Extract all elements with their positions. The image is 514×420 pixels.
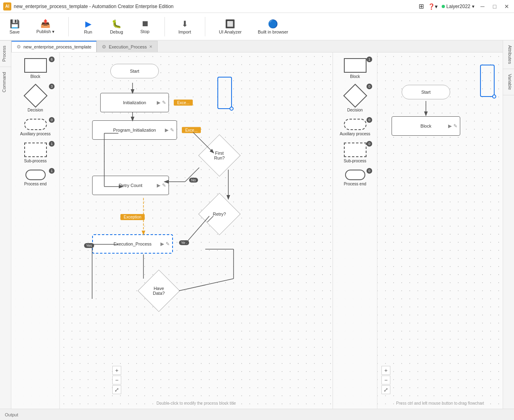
- exception-below-badge: Exception: [120, 214, 145, 220]
- comp-process-end-shape: [25, 170, 46, 180]
- tab-execution-process[interactable]: ⚙ Execution_Process ✕: [97, 41, 158, 52]
- node-retry-label: Retry?: [213, 212, 226, 216]
- debug-button[interactable]: 🐛 Debug: [106, 17, 127, 37]
- toolbar-divider-3: [205, 17, 205, 36]
- r-comp-block-shape: [344, 58, 367, 73]
- comp-auxiliary-badge: 0: [49, 117, 55, 123]
- help-icon[interactable]: ❓▾: [428, 3, 438, 10]
- node-prog-run-icon[interactable]: ▶: [165, 127, 169, 133]
- r-comp-subprocess-shape: [344, 143, 367, 157]
- node-program-init-label: Program_Initialization: [113, 128, 156, 132]
- zoom-out-button-left[interactable]: −: [112, 376, 121, 384]
- node-start[interactable]: Start: [110, 64, 159, 78]
- node-prog-edit-icon[interactable]: ✎: [170, 127, 174, 133]
- r-comp-process-end[interactable]: 0 Process end: [335, 167, 375, 189]
- r-comp-decision-label: Decision: [347, 108, 362, 112]
- stop-icon: ⏹: [141, 19, 149, 28]
- user-badge[interactable]: Laiyer2022 ▾: [442, 4, 474, 9]
- ui-analyzer-button[interactable]: 🔲 UI Analyzer: [215, 17, 246, 37]
- output-label[interactable]: Output: [5, 412, 18, 417]
- r-node-block[interactable]: Block ▶ ✎: [392, 116, 460, 136]
- zoom-in-button-right[interactable]: +: [381, 366, 390, 375]
- zoom-in-button-left[interactable]: +: [112, 366, 121, 375]
- import-button[interactable]: ⬇ Import: [175, 17, 195, 37]
- right-canvas-hint: Press ctrl and left mouse button to drag…: [377, 401, 503, 405]
- node-program-init[interactable]: Program_Initialization ▶ ✎ Exce...: [92, 120, 177, 140]
- comp-subprocess-badge: 1: [49, 141, 55, 147]
- node-exec-run-icon[interactable]: ▶: [160, 241, 164, 247]
- r-node-block-run-icon[interactable]: ▶: [448, 123, 452, 129]
- save-button[interactable]: 💾 Save: [5, 17, 24, 37]
- publish-label: Publish ▾: [36, 29, 55, 34]
- r-comp-auxiliary[interactable]: 0 Auxiliary process: [335, 116, 375, 139]
- run-button[interactable]: ▶ Run: [78, 17, 98, 37]
- right-component-library: 1 Block 0 Decision 0 Auxiliar: [333, 52, 377, 409]
- zoom-fit-button-right[interactable]: ⤢: [381, 385, 390, 394]
- comp-decision[interactable]: 3 Decision: [13, 83, 58, 115]
- node-exec-edit-icon[interactable]: ✎: [166, 241, 170, 247]
- comp-subprocess[interactable]: 1 Sub-process: [13, 140, 58, 166]
- node-retry-edit-icon[interactable]: ✎: [162, 183, 166, 188]
- r-node-start[interactable]: Start: [402, 85, 450, 99]
- node-execution-process-label: Execution_Process: [114, 242, 152, 246]
- node-retry-run-icon[interactable]: ▶: [157, 183, 160, 188]
- node-retry-count-label: Retry Count: [119, 183, 143, 188]
- grid-icon[interactable]: ⊞: [419, 2, 424, 10]
- tab-label-exec: Execution_Process: [109, 44, 147, 49]
- close-button[interactable]: ✕: [503, 2, 511, 10]
- node-init-run-icon[interactable]: ▶: [157, 100, 160, 105]
- r-comp-decision-shape: [343, 84, 367, 107]
- maximize-button[interactable]: □: [491, 2, 499, 10]
- comp-subprocess-label: Sub-process: [24, 159, 46, 163]
- r-comp-decision[interactable]: 0 Decision: [335, 83, 375, 115]
- node-exec-actions: ▶ ✎: [160, 241, 170, 247]
- left-canvas[interactable]: 6 Block 3 Decision 0 Auxiliar: [11, 52, 333, 409]
- tab-icon-main: ⚙: [17, 44, 21, 50]
- minimize-button[interactable]: ─: [478, 2, 487, 10]
- comp-process-end-badge: 1: [49, 168, 55, 174]
- stop-button[interactable]: ⏹ Stop: [135, 17, 155, 36]
- command-tab[interactable]: Command: [0, 67, 11, 97]
- right-flow-canvas[interactable]: Start Block ▶ ✎ + − ⤢: [377, 52, 503, 409]
- node-first-run[interactable]: FirstRun?: [201, 137, 238, 174]
- zoom-fit-button-left[interactable]: ⤢: [112, 385, 121, 394]
- tabs-bar: ⚙ new_enterprise_process_template ⚙ Exec…: [11, 40, 503, 52]
- tab-main-process[interactable]: ⚙ new_enterprise_process_template: [11, 41, 97, 52]
- r-node-block-actions: ▶ ✎: [448, 123, 457, 129]
- publish-button[interactable]: 📤 Publish ▾: [32, 16, 59, 37]
- node-initialization[interactable]: Initialization ▶ ✎ Exce...: [100, 93, 169, 112]
- zoom-out-button-right[interactable]: −: [381, 376, 390, 384]
- built-in-browser-button[interactable]: 🔵 Built in browser: [254, 17, 292, 37]
- import-icon: ⬇: [181, 19, 188, 29]
- tab-close-exec[interactable]: ✕: [149, 44, 152, 49]
- comp-auxiliary[interactable]: 0 Auxiliary process: [13, 116, 58, 139]
- r-node-block-edit-icon[interactable]: ✎: [453, 123, 457, 129]
- node-init-edit-icon[interactable]: ✎: [162, 100, 166, 105]
- r-comp-process-end-badge: 0: [367, 168, 372, 174]
- variable-tab[interactable]: Variable: [503, 69, 514, 95]
- right-canvas[interactable]: 1 Block 0 Decision 0 Auxiliar: [333, 52, 503, 409]
- node-retry[interactable]: Retry?: [201, 196, 238, 232]
- r-node-block-label: Block: [421, 124, 432, 128]
- attributes-tab[interactable]: Attributes: [503, 40, 514, 69]
- node-initialization-label: Initialization: [123, 100, 146, 105]
- node-execution-process[interactable]: Execution_Process ▶ ✎: [92, 234, 173, 254]
- r-comp-subprocess[interactable]: 0 Sub-process: [335, 140, 375, 166]
- comp-process-end[interactable]: 1 Process end: [13, 167, 58, 189]
- svg-line-13: [179, 279, 234, 291]
- stop-label: Stop: [140, 29, 150, 34]
- user-name: Laiyer2022: [447, 4, 470, 9]
- comp-block[interactable]: 6 Block: [13, 56, 58, 81]
- r-comp-block[interactable]: 1 Block: [335, 56, 375, 81]
- comp-subprocess-shape: [24, 143, 47, 157]
- flow-canvas-left[interactable]: Start Initialization ▶ ✎ Exce... Program…: [60, 52, 333, 409]
- import-label: Import: [179, 29, 191, 34]
- node-retry-count[interactable]: Retry Count ▶ ✎: [92, 176, 169, 195]
- user-status-dot: [442, 5, 445, 8]
- node-have-data[interactable]: HaveData?: [141, 273, 177, 309]
- r-comp-process-end-shape: [345, 170, 365, 180]
- process-tab[interactable]: Process: [0, 40, 11, 67]
- r-comp-auxiliary-badge: 0: [367, 117, 372, 123]
- right-placeholder-dot: [492, 94, 496, 99]
- comp-decision-label: Decision: [27, 108, 43, 112]
